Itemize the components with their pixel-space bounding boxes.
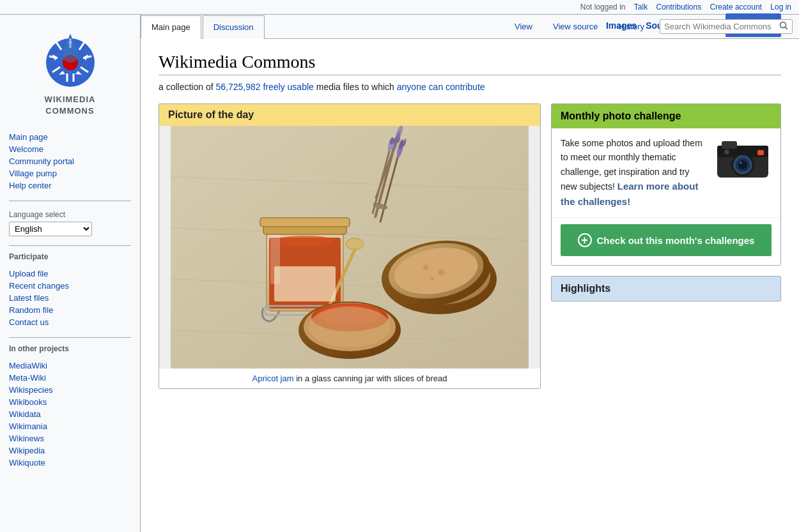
language-select[interactable]: English Français Deutsch Español 中文 [9,222,92,236]
sidebar-participate: Upload file Recent changes Latest files … [0,264,140,332]
tab-bar-left: Main page Discussion [141,15,504,38]
svg-rect-47 [260,218,350,227]
language-select-label: Language select [9,210,131,219]
challenge-text: Take some photos and upload them to meet… [561,136,706,209]
sidebar-item-recent-changes[interactable]: Recent changes [9,280,131,292]
camera-icon [714,136,772,181]
sidebar-item-wikinews[interactable]: Wikinews [9,432,131,445]
sidebar-item-wikibooks[interactable]: Wikibooks [9,396,131,408]
sidebar-item-village-pump[interactable]: Village pump [9,167,131,179]
potd-box: Picture of the day [159,103,541,389]
sidebar-item-wikimania[interactable]: Wikimania [9,420,131,432]
challenge-header: Monthly photo challenge [552,104,780,128]
sidebar-item-wikispecies[interactable]: Wikispecies [9,384,131,396]
sidebar-item-wikipedia[interactable]: Wikipedia [9,445,131,457]
sidebar-item-help-center[interactable]: Help center [9,179,131,192]
tab-view[interactable]: View [504,15,543,38]
main-content: Images Sounds Videos Upload Wikimedia Co… [141,39,799,402]
sidebar-item-meta-wiki[interactable]: Meta-Wiki [9,372,131,384]
sidebar-nav-main: Main page Welcome Community portal Villa… [9,131,131,192]
sidebar-item-wikidata[interactable]: Wikidata [9,408,131,420]
tab-history[interactable]: History [609,15,655,38]
svg-point-44 [276,236,334,246]
sidebar-item-community-portal[interactable]: Community portal [9,155,131,167]
top-bar: Not logged in Talk Contributions Create … [0,0,799,15]
tab-spacer [266,15,504,38]
svg-point-49 [346,238,364,250]
subtitle-prefix: a collection of [159,82,216,92]
search-button[interactable] [779,21,788,32]
sidebar-navigation: Main page Welcome Community portal Villa… [0,127,140,195]
sidebar-nav-participate: Upload file Recent changes Latest files … [9,268,131,328]
contribute-link[interactable]: anyone can contribute [397,82,485,92]
sidebar-item-contact-us[interactable]: Contact us [9,316,131,328]
sidebar-other-projects: MediaWiki Meta-Wiki Wikispecies Wikibook… [0,356,140,473]
logo-text: WIKIMEDIA COMMONS [6,94,134,117]
highlights-box: Highlights [551,276,781,301]
sidebar-item-upload-file[interactable]: Upload file [9,268,131,280]
challenge-body: Take some photos and upload them to meet… [552,128,780,217]
sidebar-item-welcome[interactable]: Welcome [9,143,131,155]
potd-caption: Apricot jam in a glass canning jar with … [159,369,540,388]
check-challenge-button[interactable]: + Check out this month's challenges [561,224,772,256]
sidebar-divider-3 [9,337,131,338]
not-logged-in-text: Not logged in [580,3,626,11]
check-btn-area: + Check out this month's challenges [552,217,780,265]
file-count-link[interactable]: 56,725,982 freely usable [216,82,314,92]
search-box [660,19,793,34]
tab-main-page[interactable]: Main page [141,15,201,39]
sidebar-item-random-file[interactable]: Random file [9,304,131,316]
participate-heading: Participate [0,252,140,261]
search-input[interactable] [664,22,779,31]
svg-point-81 [725,151,728,153]
tab-bar: Main page Discussion View View source Hi… [141,15,799,39]
sidebar-nav-other: MediaWiki Meta-Wiki Wikispecies Wikibook… [9,360,131,469]
language-select-section: Language select English Français Deutsch… [0,206,140,240]
svg-point-17 [780,22,786,28]
potd-caption-link[interactable]: Apricot jam [252,374,294,383]
svg-rect-79 [757,150,764,155]
potd-caption-rest: in a glass canning jar with slices of br… [294,374,447,383]
two-col: Picture of the day [159,103,781,389]
tab-view-source[interactable]: View source [543,15,609,38]
challenge-box: Monthly photo challenge Take some photos… [551,103,781,266]
language-select-wrapper: English Français Deutsch Español 中文 [9,222,131,236]
page-title: Wikimedia Commons [159,52,781,75]
potd-image [159,126,540,369]
svg-rect-51 [274,266,336,301]
tab-discussion[interactable]: Discussion [203,15,265,39]
logo-area: WIKIMEDIA COMMONS [0,21,140,127]
potd-img-area [159,126,540,369]
svg-line-18 [786,27,788,30]
create-account-link[interactable]: Create account [710,3,762,11]
sidebar-divider-1 [9,201,131,201]
talk-link[interactable]: Talk [634,3,648,11]
right-col: Monthly photo challenge Take some photos… [551,103,781,389]
svg-point-78 [740,162,742,164]
check-btn-label: Check out this month's challenges [597,235,755,246]
sidebar-item-wikiquote[interactable]: Wikiquote [9,457,131,469]
other-projects-heading: In other projects [0,344,140,353]
search-icon [779,21,788,30]
layout: WIKIMEDIA COMMONS Main page Welcome Comm… [0,15,799,532]
highlights-header: Highlights [552,277,780,301]
sidebar: WIKIMEDIA COMMONS Main page Welcome Comm… [0,15,141,532]
contributions-link[interactable]: Contributions [656,3,702,11]
sidebar-item-latest-files[interactable]: Latest files [9,292,131,304]
potd-header: Picture of the day [159,104,540,126]
log-in-link[interactable]: Log in [770,3,791,11]
svg-point-70 [309,307,391,347]
svg-point-77 [738,160,747,169]
tab-bar-right: View View source History [504,15,799,38]
sidebar-item-mediawiki[interactable]: MediaWiki [9,360,131,372]
sidebar-item-main-page[interactable]: Main page [9,131,131,143]
logo-icon [38,27,102,91]
subtitle: a collection of 56,725,982 freely usable… [159,82,781,92]
sidebar-divider-2 [9,245,131,246]
content-wrapper: Main page Discussion View View source Hi… [141,15,799,532]
left-col: Picture of the day [159,103,541,389]
plus-circle-icon: + [578,233,592,247]
svg-rect-73 [722,141,737,149]
subtitle-suffix: media files to which [314,82,397,92]
